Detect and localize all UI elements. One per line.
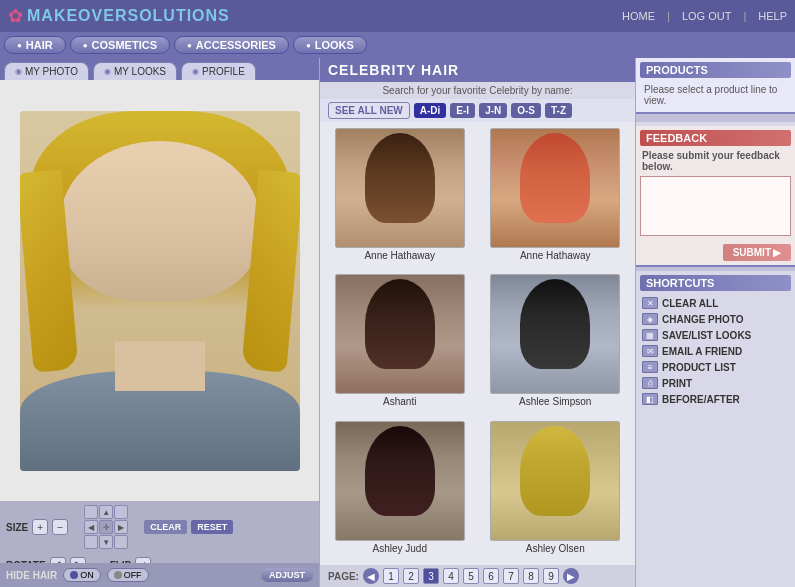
email-icon: ✉ bbox=[642, 345, 658, 357]
move-up-left[interactable] bbox=[84, 505, 98, 519]
shortcut-save-looks[interactable]: ▦ SAVE/LIST LOOKS bbox=[640, 327, 791, 343]
page-1[interactable]: 1 bbox=[383, 568, 399, 584]
product-list-icon: ≡ bbox=[642, 361, 658, 373]
tab-my-photo[interactable]: MY PHOTO bbox=[4, 62, 89, 80]
celeb-item[interactable]: Ashley Olsen bbox=[482, 421, 630, 559]
shortcut-before-after[interactable]: ◧ BEFORE/AFTER bbox=[640, 391, 791, 407]
main-nav: HAIR COSMETICS ACCESSORIES LOOKS bbox=[0, 32, 795, 58]
header: ✿ MAKEOVERSOLUTIONS HOME | LOG OUT | HEL… bbox=[0, 0, 795, 32]
feedback-textarea[interactable] bbox=[640, 176, 791, 236]
page-9[interactable]: 9 bbox=[543, 568, 559, 584]
move-up[interactable]: ▲ bbox=[99, 505, 113, 519]
adjust-btn[interactable]: ADJUST bbox=[261, 568, 313, 582]
logo-text-makeover: MAKEOVER bbox=[27, 7, 127, 24]
alpha-t-z[interactable]: T-Z bbox=[545, 103, 572, 118]
celeb-name: Anne Hathaway bbox=[364, 250, 435, 261]
logo: ✿ MAKEOVERSOLUTIONS bbox=[8, 5, 230, 27]
save-looks-icon: ▦ bbox=[642, 329, 658, 341]
reset-btn[interactable]: RESET bbox=[191, 520, 233, 534]
shortcut-change-photo[interactable]: ◈ CHANGE PHOTO bbox=[640, 311, 791, 327]
size-plus-btn[interactable]: + bbox=[32, 519, 48, 535]
shortcut-product-list[interactable]: ≡ PRODUCT LIST bbox=[640, 359, 791, 375]
shortcut-print[interactable]: ⎙ PRINT bbox=[640, 375, 791, 391]
celeb-item[interactable]: Ashlee Simpson bbox=[482, 274, 630, 412]
submit-btn[interactable]: SUBMIT ▶ bbox=[723, 244, 791, 261]
section-title: CELEBRITY HAIR bbox=[328, 62, 459, 78]
celeb-item[interactable]: Ashanti bbox=[326, 274, 474, 412]
move-down-left[interactable] bbox=[84, 535, 98, 549]
size-minus-btn[interactable]: − bbox=[52, 519, 68, 535]
move-pad: ▲ ◀ ✛ ▶ ▼ bbox=[84, 505, 128, 549]
page-8[interactable]: 8 bbox=[523, 568, 539, 584]
off-toggle[interactable]: OFF bbox=[107, 568, 149, 582]
tab-looks[interactable]: LOOKS bbox=[293, 36, 367, 54]
page-next-btn[interactable]: ▶ bbox=[563, 568, 579, 584]
celeb-item[interactable]: Anne Hathaway bbox=[482, 128, 630, 266]
alpha-j-n[interactable]: J-N bbox=[479, 103, 507, 118]
celeb-item[interactable]: Anne Hathaway bbox=[326, 128, 474, 266]
tab-accessories[interactable]: ACCESSORIES bbox=[174, 36, 289, 54]
search-bar: Search for your favorite Celebrity by na… bbox=[320, 82, 635, 99]
hide-hair-row: HIDE HAIR ON OFF ADJUST bbox=[0, 563, 319, 587]
celeb-photo bbox=[490, 274, 620, 394]
celeb-photo bbox=[490, 421, 620, 541]
page-6[interactable]: 6 bbox=[483, 568, 499, 584]
page-7[interactable]: 7 bbox=[503, 568, 519, 584]
move-down[interactable]: ▼ bbox=[99, 535, 113, 549]
logout-link[interactable]: LOG OUT bbox=[682, 10, 732, 22]
print-icon: ⎙ bbox=[642, 377, 658, 389]
move-left[interactable]: ◀ bbox=[84, 520, 98, 534]
alpha-e-i[interactable]: E-I bbox=[450, 103, 475, 118]
alpha-o-s[interactable]: O-S bbox=[511, 103, 541, 118]
celeb-photo bbox=[335, 421, 465, 541]
page-5[interactable]: 5 bbox=[463, 568, 479, 584]
on-toggle[interactable]: ON bbox=[63, 568, 101, 582]
submit-arrow-icon: ▶ bbox=[773, 247, 781, 258]
move-up-right[interactable] bbox=[114, 505, 128, 519]
celeb-name: Ashley Judd bbox=[373, 543, 427, 554]
tab-hair[interactable]: HAIR bbox=[4, 36, 66, 54]
on-dot bbox=[70, 571, 78, 579]
logo-icon: ✿ bbox=[8, 5, 23, 27]
feedback-label: Please submit your feedback below. bbox=[640, 150, 791, 172]
celeb-item[interactable]: Ashley Judd bbox=[326, 421, 474, 559]
page-prev-btn[interactable]: ◀ bbox=[363, 568, 379, 584]
products-section: PRODUCTS Please select a product line to… bbox=[636, 58, 795, 114]
page-4[interactable]: 4 bbox=[443, 568, 459, 584]
clear-btn[interactable]: CLEAR bbox=[144, 520, 187, 534]
shortcuts-title: SHORTCUTS bbox=[640, 275, 791, 291]
celeb-photo bbox=[490, 128, 620, 248]
shortcut-email-friend[interactable]: ✉ EMAIL A FRIEND bbox=[640, 343, 791, 359]
move-right[interactable]: ▶ bbox=[114, 520, 128, 534]
celeb-grid: Anne Hathaway Anne Hathaway Ashanti bbox=[320, 122, 635, 565]
products-text: Please select a product line to view. bbox=[640, 82, 791, 108]
before-after-icon: ◧ bbox=[642, 393, 658, 405]
left-tabs: MY PHOTO MY LOOKS PROFILE bbox=[0, 58, 319, 80]
clear-all-icon: ✕ bbox=[642, 297, 658, 309]
tab-cosmetics[interactable]: COSMETICS bbox=[70, 36, 170, 54]
center-panel: CELEBRITY HAIR Search for your favorite … bbox=[320, 58, 635, 587]
tab-profile[interactable]: PROFILE bbox=[181, 62, 256, 80]
alpha-a-di[interactable]: A-Di bbox=[414, 103, 447, 118]
move-center[interactable]: ✛ bbox=[99, 520, 113, 534]
page-2[interactable]: 2 bbox=[403, 568, 419, 584]
celeb-name: Ashanti bbox=[383, 396, 416, 407]
spacer bbox=[636, 114, 795, 122]
help-link[interactable]: HELP bbox=[758, 10, 787, 22]
shortcuts-section: SHORTCUTS ✕ CLEAR ALL ◈ CHANGE PHOTO ▦ S… bbox=[636, 271, 795, 587]
hide-hair-label: HIDE HAIR bbox=[6, 570, 57, 581]
shortcut-clear-all[interactable]: ✕ CLEAR ALL bbox=[640, 295, 791, 311]
see-all-btn[interactable]: SEE ALL NEW bbox=[328, 102, 410, 119]
tab-my-looks[interactable]: MY LOOKS bbox=[93, 62, 177, 80]
photo-area bbox=[0, 80, 319, 501]
home-link[interactable]: HOME bbox=[622, 10, 655, 22]
logo-text: MAKEOVERSOLUTIONS bbox=[27, 7, 230, 25]
alpha-nav: SEE ALL NEW A-Di E-I J-N O-S T-Z bbox=[320, 99, 635, 122]
celeb-photo bbox=[335, 274, 465, 394]
move-down-right[interactable] bbox=[114, 535, 128, 549]
right-panel: PRODUCTS Please select a product line to… bbox=[635, 58, 795, 587]
page-3[interactable]: 3 bbox=[423, 568, 439, 584]
left-panel: MY PHOTO MY LOOKS PROFILE bbox=[0, 58, 320, 587]
celeb-name: Ashlee Simpson bbox=[519, 396, 591, 407]
header-nav: HOME | LOG OUT | HELP bbox=[622, 10, 787, 22]
